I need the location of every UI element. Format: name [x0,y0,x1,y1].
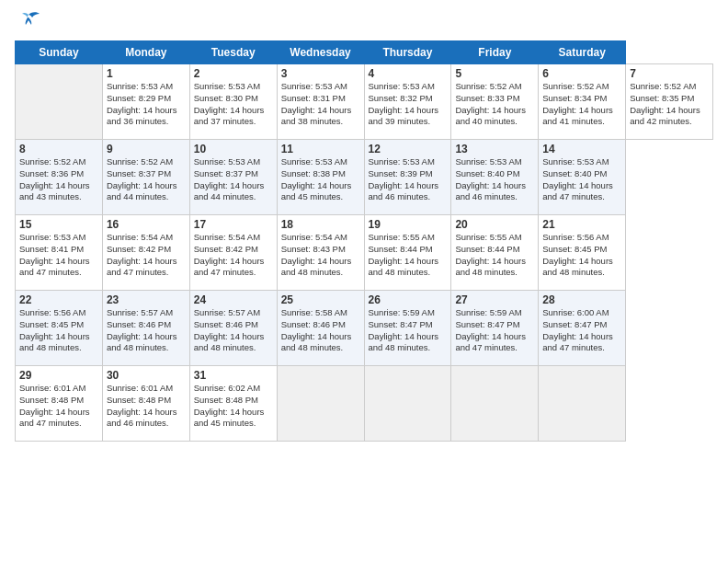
calendar-week-row: 22Sunrise: 5:56 AMSunset: 8:45 PMDayligh… [16,291,713,366]
calendar-cell: 2Sunrise: 5:53 AMSunset: 8:30 PMDaylight… [189,64,277,140]
sunrise: Sunrise: 5:52 AM [455,81,521,91]
cell-content: Sunrise: 5:57 AMSunset: 8:46 PMDaylight:… [194,307,273,354]
calendar-week-row: 15Sunrise: 5:53 AMSunset: 8:41 PMDayligh… [16,215,713,291]
daylight: Daylight: 14 hours and 47 minutes. [542,180,613,202]
sunrise: Sunrise: 5:54 AM [107,232,173,242]
calendar-cell: 14Sunrise: 5:53 AMSunset: 8:40 PMDayligh… [539,140,626,215]
calendar-cell [16,64,103,140]
col-header-thursday: Thursday [364,41,451,64]
sunrise: Sunrise: 5:59 AM [369,307,435,317]
calendar-cell: 6Sunrise: 5:52 AMSunset: 8:34 PMDaylight… [539,64,626,140]
daylight: Daylight: 14 hours and 47 minutes. [19,256,90,278]
day-number: 5 [455,67,534,80]
col-header-sunday: Sunday [16,41,103,64]
daylight: Daylight: 14 hours and 41 minutes. [542,105,613,127]
cell-content: Sunrise: 5:53 AMSunset: 8:30 PMDaylight:… [194,81,273,128]
cell-content: Sunrise: 6:02 AMSunset: 8:48 PMDaylight:… [194,383,273,430]
sunrise: Sunrise: 5:56 AM [542,232,609,242]
sunset: Sunset: 8:35 PM [630,93,694,103]
daylight: Daylight: 14 hours and 42 minutes. [630,105,700,127]
sunset: Sunset: 8:30 PM [194,93,258,103]
daylight: Daylight: 14 hours and 48 minutes. [107,331,177,353]
sunset: Sunset: 8:46 PM [281,319,346,329]
cell-content: Sunrise: 5:55 AMSunset: 8:44 PMDaylight:… [369,232,448,279]
sunset: Sunset: 8:32 PM [369,93,433,103]
daylight: Daylight: 14 hours and 48 minutes. [19,331,90,353]
cell-content: Sunrise: 5:59 AMSunset: 8:47 PMDaylight:… [455,307,534,354]
sunrise: Sunrise: 5:58 AM [281,307,347,317]
day-number: 4 [369,67,448,80]
daylight: Daylight: 14 hours and 47 minutes. [107,256,177,278]
day-number: 6 [542,67,621,80]
daylight: Daylight: 14 hours and 47 minutes. [19,407,90,429]
day-number: 2 [194,67,273,80]
calendar-cell: 10Sunrise: 5:53 AMSunset: 8:37 PMDayligh… [189,140,277,215]
sunset: Sunset: 8:48 PM [194,395,258,405]
daylight: Daylight: 14 hours and 46 minutes. [369,180,439,202]
sunset: Sunset: 8:37 PM [194,168,258,178]
cell-content: Sunrise: 6:01 AMSunset: 8:48 PMDaylight:… [107,383,186,430]
sunrise: Sunrise: 5:59 AM [455,307,521,317]
day-number: 29 [19,369,98,382]
sunrise: Sunrise: 5:53 AM [19,232,85,242]
daylight: Daylight: 14 hours and 48 minutes. [369,331,439,353]
sunrise: Sunrise: 5:53 AM [542,156,609,167]
sunrise: Sunrise: 5:55 AM [455,232,521,242]
col-header-tuesday: Tuesday [189,41,277,64]
sunset: Sunset: 8:46 PM [107,319,171,329]
daylight: Daylight: 14 hours and 36 minutes. [107,105,177,127]
cell-content: Sunrise: 5:56 AMSunset: 8:45 PMDaylight:… [542,232,621,279]
cell-content: Sunrise: 6:01 AMSunset: 8:48 PMDaylight:… [19,383,98,430]
sunrise: Sunrise: 5:53 AM [369,81,435,91]
daylight: Daylight: 14 hours and 48 minutes. [369,256,439,278]
calendar-cell: 23Sunrise: 5:57 AMSunset: 8:46 PMDayligh… [102,291,189,366]
day-number: 12 [369,143,448,155]
sunset: Sunset: 8:42 PM [107,244,171,254]
day-number: 9 [107,143,186,155]
cell-content: Sunrise: 5:58 AMSunset: 8:46 PMDaylight:… [281,307,360,354]
day-number: 26 [369,293,448,306]
daylight: Daylight: 14 hours and 43 minutes. [19,180,90,202]
sunrise: Sunrise: 5:57 AM [107,307,173,317]
sunset: Sunset: 8:44 PM [369,244,433,254]
calendar-cell: 12Sunrise: 5:53 AMSunset: 8:39 PMDayligh… [364,140,451,215]
daylight: Daylight: 14 hours and 48 minutes. [455,256,526,278]
sunrise: Sunrise: 5:53 AM [194,156,260,167]
sunset: Sunset: 8:46 PM [194,319,258,329]
cell-content: Sunrise: 5:55 AMSunset: 8:44 PMDaylight:… [455,232,534,279]
calendar-cell: 31Sunrise: 6:02 AMSunset: 8:48 PMDayligh… [189,366,277,442]
sunrise: Sunrise: 5:53 AM [107,81,173,91]
cell-content: Sunrise: 5:52 AMSunset: 8:34 PMDaylight:… [542,81,621,128]
day-number: 13 [455,143,534,155]
calendar-cell: 17Sunrise: 5:54 AMSunset: 8:42 PMDayligh… [189,215,277,291]
day-number: 1 [107,67,186,80]
cell-content: Sunrise: 5:53 AMSunset: 8:40 PMDaylight:… [542,156,621,203]
calendar-cell: 27Sunrise: 5:59 AMSunset: 8:47 PMDayligh… [451,291,539,366]
cell-content: Sunrise: 5:59 AMSunset: 8:47 PMDaylight:… [369,307,448,354]
sunset: Sunset: 8:31 PM [281,93,346,103]
calendar-cell: 1Sunrise: 5:53 AMSunset: 8:29 PMDaylight… [102,64,189,140]
sunrise: Sunrise: 5:54 AM [194,232,260,242]
daylight: Daylight: 14 hours and 47 minutes. [542,331,613,353]
day-number: 14 [542,143,621,155]
day-number: 11 [281,143,360,155]
sunset: Sunset: 8:34 PM [542,93,607,103]
sunrise: Sunrise: 5:56 AM [19,307,85,317]
sunset: Sunset: 8:41 PM [19,244,84,254]
daylight: Daylight: 14 hours and 38 minutes. [281,105,352,127]
day-number: 8 [19,143,98,155]
calendar-cell: 15Sunrise: 5:53 AMSunset: 8:41 PMDayligh… [16,215,103,291]
calendar-cell: 24Sunrise: 5:57 AMSunset: 8:46 PMDayligh… [189,291,277,366]
col-header-saturday: Saturday [539,41,626,64]
calendar-cell: 18Sunrise: 5:54 AMSunset: 8:43 PMDayligh… [277,215,364,291]
calendar-cell: 9Sunrise: 5:52 AMSunset: 8:37 PMDaylight… [102,140,189,215]
daylight: Daylight: 14 hours and 40 minutes. [455,105,526,127]
sunrise: Sunrise: 5:53 AM [194,81,260,91]
calendar-cell: 26Sunrise: 5:59 AMSunset: 8:47 PMDayligh… [364,291,451,366]
day-number: 25 [281,293,360,306]
daylight: Daylight: 14 hours and 44 minutes. [194,180,265,202]
sunset: Sunset: 8:43 PM [281,244,346,254]
day-number: 28 [542,293,621,306]
calendar-cell [451,366,539,442]
calendar-cell: 4Sunrise: 5:53 AMSunset: 8:32 PMDaylight… [364,64,451,140]
